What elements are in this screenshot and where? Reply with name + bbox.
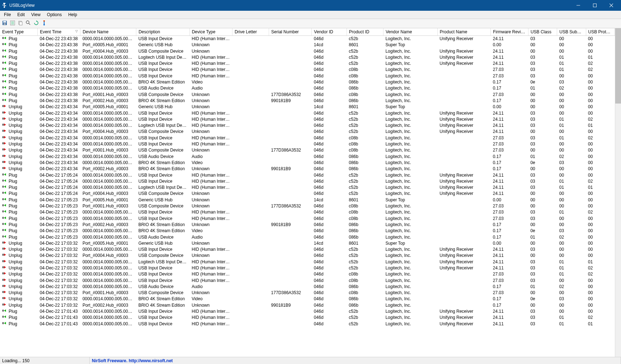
column-header[interactable]: Event Type bbox=[0, 28, 38, 36]
table-row[interactable]: Unplug04-Dec-22 17:03:320000.0014.0000.0… bbox=[0, 246, 615, 253]
table-row[interactable]: Plug04-Dec-22 23:43:38Port_#0005.Hub_#00… bbox=[0, 42, 615, 48]
column-header[interactable]: Event Time▽ bbox=[38, 28, 80, 36]
table-row[interactable]: Plug04-Dec-22 17:05:23Port_#0005.Hub_#00… bbox=[0, 197, 615, 203]
find-button[interactable] bbox=[25, 20, 32, 27]
menu-view[interactable]: View bbox=[28, 11, 44, 18]
table-row[interactable]: Plug04-Dec-22 17:01:430000.0014.0000.005… bbox=[0, 315, 615, 321]
svg-rect-75 bbox=[2, 112, 3, 113]
table-row[interactable]: Plug04-Dec-22 23:43:380000.0014.0000.005… bbox=[0, 54, 615, 61]
table-row[interactable]: Plug04-Dec-22 23:43:38Port_#0004.Hub_#00… bbox=[0, 48, 615, 54]
cell: 00 bbox=[586, 79, 615, 85]
table-row[interactable]: Plug04-Dec-22 23:43:38Port_#0001.Hub_#00… bbox=[0, 92, 615, 98]
table-row[interactable]: Unplug04-Dec-22 17:03:320000.0014.0000.0… bbox=[0, 278, 615, 284]
table-row[interactable]: Unplug04-Dec-22 17:03:32Port_#0002.Hub_#… bbox=[0, 302, 615, 308]
table-row[interactable]: Unplug04-Dec-22 23:43:340000.0014.0000.0… bbox=[0, 123, 615, 129]
cell: 00 bbox=[557, 147, 586, 153]
table-row[interactable]: Plug04-Dec-22 17:05:230000.0014.0000.005… bbox=[0, 234, 615, 240]
vertical-scrollbar[interactable] bbox=[615, 28, 621, 357]
table-row[interactable]: Plug04-Dec-22 17:01:430000.0014.0000.005… bbox=[0, 308, 615, 315]
table-row[interactable]: Unplug04-Dec-22 23:43:34Port_#0004.Hub_#… bbox=[0, 129, 615, 135]
table-row[interactable]: Unplug04-Dec-22 23:43:340000.0014.0000.0… bbox=[0, 135, 615, 141]
table-row[interactable]: Plug04-Dec-22 17:05:240000.0014.0000.005… bbox=[0, 185, 615, 191]
table-row[interactable]: Plug04-Dec-22 23:43:380000.0014.0000.005… bbox=[0, 85, 615, 91]
svg-rect-171 bbox=[2, 262, 3, 262]
column-header[interactable]: Serial Number bbox=[269, 28, 312, 36]
table-row[interactable]: Plug04-Dec-22 17:01:430000.0014.0000.005… bbox=[0, 321, 615, 327]
column-header[interactable]: Product ID bbox=[347, 28, 383, 36]
save-button[interactable] bbox=[1, 20, 8, 27]
cell bbox=[232, 296, 269, 302]
menu-edit[interactable]: Edit bbox=[14, 11, 28, 18]
column-header[interactable]: Firmware Revis... bbox=[491, 28, 528, 36]
menu-file[interactable]: File bbox=[1, 11, 14, 18]
table-row[interactable]: Unplug04-Dec-22 17:03:32Port_#0004.Hub_#… bbox=[0, 253, 615, 259]
table-row[interactable]: Plug04-Dec-22 17:05:23Port_#0002.Hub_#00… bbox=[0, 222, 615, 228]
cell: USB Input Device bbox=[136, 315, 189, 321]
column-header[interactable]: Vendor ID bbox=[312, 28, 347, 36]
cell: 046d bbox=[312, 61, 347, 67]
table-row[interactable]: Plug04-Dec-22 23:43:380000.0014.0000.005… bbox=[0, 36, 615, 42]
table-row[interactable]: Plug04-Dec-22 17:05:240000.0014.0000.005… bbox=[0, 172, 615, 178]
table-row[interactable]: Plug04-Dec-22 23:43:380000.0014.0000.005… bbox=[0, 61, 615, 67]
table-row[interactable]: Unplug04-Dec-22 17:03:320000.0014.0000.0… bbox=[0, 296, 615, 302]
properties-button[interactable] bbox=[9, 20, 16, 27]
table-row[interactable]: Plug04-Dec-22 17:05:24Port_#0004.Hub_#00… bbox=[0, 191, 615, 197]
table-row[interactable]: Unplug04-Dec-22 23:43:34Port_#0005.Hub_#… bbox=[0, 104, 615, 110]
cell: 0.00 bbox=[491, 104, 528, 110]
column-header[interactable]: USB Protoc... bbox=[586, 28, 615, 36]
column-header[interactable]: Description bbox=[136, 28, 189, 36]
table-row[interactable]: Unplug04-Dec-22 23:43:34Port_#0001.Hub_#… bbox=[0, 147, 615, 153]
column-header[interactable]: USB SubCl... bbox=[557, 28, 586, 36]
column-header[interactable]: USB Class bbox=[528, 28, 557, 36]
table-row[interactable]: Unplug04-Dec-22 23:43:340000.0014.0000.0… bbox=[0, 141, 615, 147]
cell: Unplug bbox=[0, 129, 38, 135]
column-header[interactable]: Drive Letter bbox=[232, 28, 269, 36]
cell: 14cd bbox=[312, 104, 347, 110]
table-row[interactable]: Plug04-Dec-22 23:43:380000.0014.0000.005… bbox=[0, 79, 615, 85]
svg-marker-148 bbox=[4, 229, 6, 231]
table-row[interactable]: Unplug04-Dec-22 23:43:34Port_#0002.Hub_#… bbox=[0, 166, 615, 172]
svg-rect-189 bbox=[3, 291, 4, 293]
usb-button[interactable] bbox=[41, 20, 48, 27]
table-row[interactable]: Unplug04-Dec-22 23:43:340000.0014.0000.0… bbox=[0, 116, 615, 123]
data-grid[interactable]: Event TypeEvent Time▽Device NameDescript… bbox=[0, 28, 615, 357]
cell: USB Input Device bbox=[136, 308, 189, 315]
table-row[interactable]: Unplug04-Dec-22 17:03:32Port_#0005.Hub_#… bbox=[0, 240, 615, 246]
cell: Plug bbox=[0, 185, 38, 191]
column-header[interactable]: Vendor Name bbox=[383, 28, 437, 36]
column-header[interactable]: Device Type bbox=[189, 28, 232, 36]
close-button[interactable] bbox=[603, 0, 620, 11]
menu-help[interactable]: Help bbox=[65, 11, 80, 18]
copy-button[interactable] bbox=[17, 20, 24, 27]
table-row[interactable]: Unplug04-Dec-22 17:03:320000.0014.0000.0… bbox=[0, 284, 615, 290]
table-row[interactable]: Plug04-Dec-22 23:43:38Port_#0002.Hub_#00… bbox=[0, 98, 615, 104]
table-row[interactable]: Unplug04-Dec-22 23:43:340000.0014.0000.0… bbox=[0, 110, 615, 116]
column-header[interactable]: Device Name bbox=[80, 28, 136, 36]
cell: 00 bbox=[557, 191, 586, 197]
cell: 24.11 bbox=[491, 116, 528, 123]
event-type-label: Plug bbox=[9, 203, 17, 209]
table-row[interactable]: Plug04-Dec-22 17:05:23Port_#0001.Hub_#00… bbox=[0, 203, 615, 209]
menu-options[interactable]: Options bbox=[44, 11, 65, 18]
table-row[interactable]: Unplug04-Dec-22 17:03:320000.0014.0000.0… bbox=[0, 265, 615, 271]
svg-rect-4 bbox=[5, 5, 6, 6]
minimize-button[interactable] bbox=[570, 0, 587, 11]
table-row[interactable]: Unplug04-Dec-22 23:43:340000.0014.0000.0… bbox=[0, 160, 615, 166]
status-link[interactable]: NirSoft Freeware. http://www.nirsoft.net bbox=[90, 357, 621, 364]
table-row[interactable]: Plug04-Dec-22 23:43:380000.0014.0000.005… bbox=[0, 73, 615, 79]
svg-rect-159 bbox=[2, 243, 3, 243]
table-row[interactable]: Plug04-Dec-22 23:43:380000.0014.0000.005… bbox=[0, 67, 615, 73]
table-row[interactable]: Plug04-Dec-22 17:05:230000.0014.0000.005… bbox=[0, 228, 615, 234]
table-row[interactable]: Plug04-Dec-22 17:05:230000.0014.0000.005… bbox=[0, 209, 615, 215]
maximize-button[interactable] bbox=[587, 0, 603, 11]
table-row[interactable]: Unplug04-Dec-22 23:43:340000.0014.0000.0… bbox=[0, 154, 615, 160]
table-row[interactable]: Unplug04-Dec-22 17:03:320000.0014.0000.0… bbox=[0, 259, 615, 265]
table-row[interactable]: Plug04-Dec-22 17:05:240000.0014.0000.005… bbox=[0, 178, 615, 185]
refresh-button[interactable] bbox=[33, 20, 40, 27]
statusbar: Loading... 150 NirSoft Freeware. http://… bbox=[0, 357, 621, 364]
cell: 24.11 bbox=[491, 259, 528, 265]
column-header[interactable]: Product Name bbox=[437, 28, 490, 36]
table-row[interactable]: Unplug04-Dec-22 17:03:32Port_#0001.Hub_#… bbox=[0, 290, 615, 296]
table-row[interactable]: Unplug04-Dec-22 17:03:320000.0014.0000.0… bbox=[0, 271, 615, 277]
table-row[interactable]: Plug04-Dec-22 17:05:230000.0014.0000.005… bbox=[0, 216, 615, 222]
